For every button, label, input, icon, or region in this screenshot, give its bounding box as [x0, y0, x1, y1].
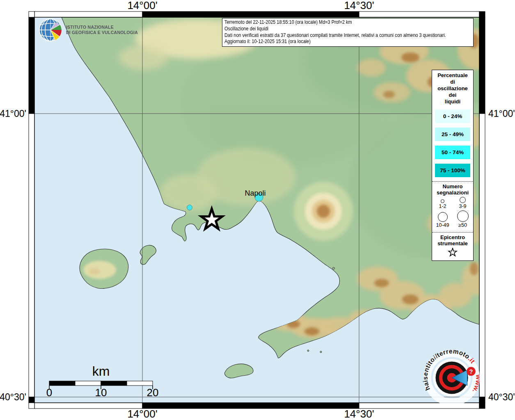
event-disclaimer-line: Dati non verificati estratti da 37 quest… — [224, 32, 439, 39]
legend: Percentuale di oscillazione dei liquidi … — [432, 70, 474, 261]
city-label-napoli: Napoli — [245, 189, 266, 197]
axis-label-top-14-00: 14°00' — [127, 0, 157, 11]
axis-label-right-40-30: 40°30' — [488, 392, 515, 402]
legend-count-row-2: 10-49 ≥50 — [433, 210, 472, 228]
event-effect-line: Oscillazione dei liquidi — [224, 26, 439, 32]
legend-swatch-50-74: 50 - 74% — [435, 146, 470, 159]
ingv-name-line1: ISTITUTO NAZIONALE — [66, 25, 138, 30]
count-label-3-9: 3-9 — [459, 203, 466, 209]
ingv-name-line2: DI GEOFISICA E VULCANOLOGIA — [66, 30, 138, 36]
event-summary-line: Terremoto del 22-11-2025 18:55:10 (ora l… — [224, 19, 439, 26]
islet — [307, 350, 309, 352]
scalebar-tick-20: 20 — [147, 386, 159, 399]
count-circle-3-9-icon — [460, 197, 466, 203]
axis-label-top-14-30: 14°30' — [344, 0, 374, 11]
legend-swatch-0-24: 0 - 24% — [435, 110, 470, 123]
islet — [320, 351, 322, 353]
legend-swatch-25-49: 25 - 49% — [435, 128, 470, 141]
axis-label-right-41-00: 41°00' — [488, 108, 515, 119]
legend-count-title: Numero segnalazioni — [437, 183, 469, 196]
count-circle-50plus-icon — [457, 210, 469, 222]
legend-percent-title: Percentuale di oscillazione dei liquidi — [437, 72, 468, 105]
epicenter-star-icon — [448, 248, 458, 257]
legend-epicenter-title: Epicentro strumentale — [437, 234, 468, 247]
legend-swatch-75-100: 75 - 100% — [435, 164, 470, 177]
scalebar-tick-10: 10 — [95, 386, 107, 399]
axis-label-left-40-30: 40°30' — [0, 392, 26, 402]
map-page: km 0 10 20 Napoli — [0, 0, 515, 420]
legend-count-row-1: 1-2 3-9 — [433, 197, 472, 209]
axis-label-left-41-00: 41°00' — [0, 108, 26, 119]
count-label-50plus: ≥50 — [458, 222, 467, 228]
event-title-box: Terremoto del 22-11-2025 18:55:10 (ora l… — [222, 18, 474, 47]
ingv-globe-icon — [39, 18, 62, 42]
islet — [333, 267, 335, 269]
ingv-logo: ISTITUTO NAZIONALE DI GEOFISICA E VULCAN… — [39, 18, 144, 42]
axis-label-bottom-14-00: 14°00' — [127, 408, 157, 420]
vesuvius-rings — [294, 182, 353, 241]
legend-divider — [432, 181, 473, 182]
axis-label-bottom-14-30: 14°30' — [344, 408, 374, 420]
ingv-name: ISTITUTO NAZIONALE DI GEOFISICA E VULCAN… — [66, 25, 138, 36]
report-dot — [187, 205, 192, 210]
count-circle-10-49-icon — [438, 212, 448, 222]
haisentitoilterremoto-logo: ? haisentitoilterremoto.it www. — [421, 347, 483, 409]
count-circle-1-2-icon — [441, 199, 444, 203]
scalebar-tick-0: 0 — [46, 386, 52, 399]
event-updated-line: Aggiornato il: 10-12-2025 15:31 (ora loc… — [224, 39, 439, 45]
count-label-10-49: 10-49 — [436, 222, 449, 228]
legend-divider — [432, 232, 473, 233]
scalebar-title: km — [92, 364, 110, 379]
count-label-1-2: 1-2 — [439, 203, 446, 209]
question-mark: ? — [469, 368, 473, 375]
